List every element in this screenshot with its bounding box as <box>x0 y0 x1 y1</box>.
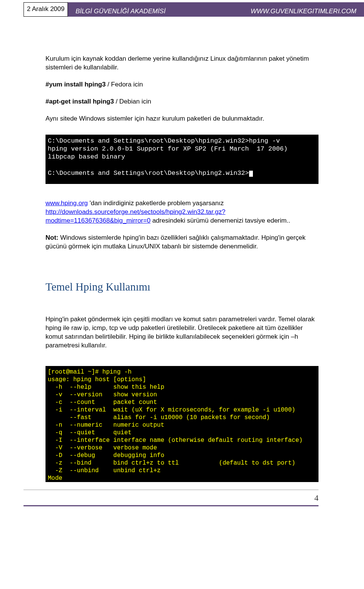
command-block-1: #yum install hping3 / Fedora icin <box>46 80 318 89</box>
title-left: BİLGİ GÜVENLİĞİ AKADEMİSİ <box>75 8 165 15</box>
page-number: 4 <box>314 493 318 503</box>
t2-l5: -c --count packet count <box>48 399 157 406</box>
paragraph-download-link: www.hping.org 'dan indirdiginiz paketler… <box>46 199 318 225</box>
t2-l14: -Z --unbind unbind ctrl+z <box>48 467 161 474</box>
date-box: 2 Aralık 2009 <box>24 2 68 17</box>
link-hping-org[interactable]: www.hping.org <box>46 199 88 207</box>
terminal-output-windows: C:\Documents and Settings\root\Desktop\h… <box>46 135 318 184</box>
paragraph-usage: Hping'in paket göndermek için çeşitli mo… <box>46 315 318 350</box>
cmd-apt-desc: / Debian icin <box>114 98 151 105</box>
para3-t2: adresindeki sürümü denemenizi tavsiye ed… <box>151 217 290 224</box>
term1-l2: hping version 2.0.0-b1 Support for XP SP… <box>48 145 288 152</box>
term1-l1: C:\Documents and Settings\root\Desktop\h… <box>48 137 280 145</box>
note-label: Not: <box>46 234 58 241</box>
t2-l13: -z --bind bind ctrl+z to ttl (default to… <box>48 460 295 466</box>
t2-l15: Mode <box>48 475 62 482</box>
date-text: 2 Aralık 2009 <box>27 6 64 13</box>
t2-l11: -V --verbose verbose mode <box>48 444 157 451</box>
term1-l3: libpcap based binary <box>48 153 125 160</box>
t2-l7: --fast alias for -i u10000 (10 packets f… <box>48 414 270 421</box>
note-text: Windows sistemlerde hping'in bazı özelli… <box>46 234 306 250</box>
paragraph-note: Not: Windows sistemlerde hping'in bazı ö… <box>46 234 318 251</box>
cmd-yum-desc: / Fedora icin <box>106 81 143 88</box>
t2-l12: -D --debug debugging info <box>48 452 164 459</box>
title-right: WWW.GUVENLIKEGITIMLERI.COM <box>251 8 356 15</box>
t2-l3: -h --help show this help <box>48 384 164 391</box>
t2-l6: -i --interval wait (uX for X microsecond… <box>48 407 295 413</box>
t2-l8: -n --numeric numeric output <box>48 422 164 429</box>
t2-l10: -I --interface interface name (otherwise… <box>48 437 303 444</box>
section-heading: Temel Hping Kullanımı <box>46 280 318 294</box>
page-content: Kurulum için kaynak koddan derleme yerin… <box>46 55 318 482</box>
cmd-yum: #yum install hping3 <box>46 81 106 88</box>
t2-l9: -q --quiet quiet <box>48 429 132 436</box>
t2-l1: [root@mail ~]# hping -h <box>48 369 132 375</box>
paragraph-intro: Kurulum için kaynak koddan derleme yerin… <box>46 55 318 72</box>
term1-l4: C:\Documents and Settings\root\Desktop\h… <box>48 170 249 177</box>
t2-l2: usage: hping host [options] <box>48 376 146 383</box>
cursor-icon <box>249 171 253 177</box>
cmd-apt: #apt-get install hping3 <box>46 98 114 105</box>
title-bar: BİLGİ GÜVENLİĞİ AKADEMİSİ WWW.GUVENLIKEG… <box>68 2 364 17</box>
terminal-output-help: [root@mail ~]# hping -h usage: hping hos… <box>46 366 318 482</box>
page-header: 2 Aralık 2009 BİLGİ GÜVENLİĞİ AKADEMİSİ … <box>24 2 364 17</box>
para3-t1: 'dan indirdiginiz paketlerde problem yaş… <box>88 199 224 207</box>
page-footer: 4 <box>24 490 318 506</box>
paragraph-windows: Aynı sitede Windows sistemler için hazır… <box>46 115 318 123</box>
command-block-2: #apt-get install hping3 / Debian icin <box>46 97 318 106</box>
t2-l4: -v --version show version <box>48 391 157 398</box>
